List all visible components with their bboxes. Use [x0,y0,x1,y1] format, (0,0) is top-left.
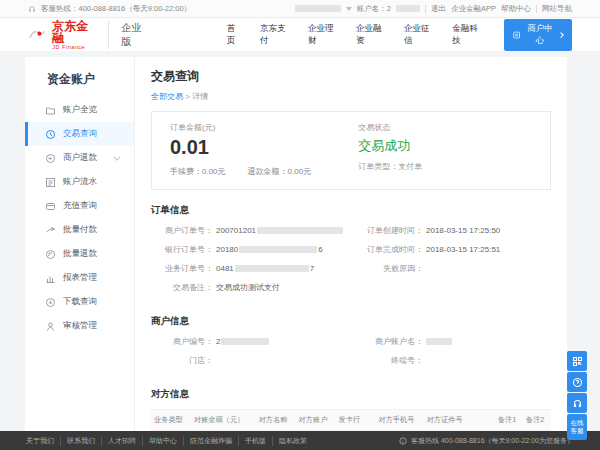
floating-toolbar: 在线客服 [567,350,587,440]
order-finished-time: 订单完成时间： 2018-03-15 17:25:51 [351,244,551,255]
customer-service-button[interactable] [567,393,587,413]
footer-link-fraud-prevention[interactable]: 防范金融诈骗 [183,436,238,446]
help-link[interactable]: 帮助中心 [501,4,531,14]
footer-hotline-text: 客服热线 400-088-8816（每天9:00-22:00为您服务） [411,436,574,446]
question-icon [572,377,583,388]
order-type: 订单类型：支付单 [358,161,422,172]
chevron-down-icon[interactable] [346,7,352,11]
page-title: 交易查询 [151,68,551,85]
redacted-value [257,227,343,234]
footer-link-help[interactable]: 帮助中心 [142,436,183,446]
logout-link[interactable]: 退出 [431,4,446,14]
chart-icon [45,273,56,284]
sidebar-item-account-statement[interactable]: 账户流水 [25,170,134,194]
redacted-value [235,265,309,272]
footer-links: 关于我们 联系我们 人才招聘 帮助中心 防范金融诈骗 手机版 隐私政策 [26,436,313,446]
col-id-no: 对方证件号 [424,410,495,431]
jd-mascot-icon [28,27,46,43]
clock-icon [45,129,56,140]
sidebar-item-transaction-query[interactable]: 交易查询 [25,122,134,146]
app-link[interactable]: 企业金融APP [451,4,496,14]
nav-home[interactable]: 首页 [227,23,242,47]
sidebar-item-report-management[interactable]: 报表管理 [25,266,134,290]
merchant-center-button[interactable]: 商户中心 [504,19,572,51]
sidebar: 资金账户 账户全览 交易查询 商户退款 账户流水 充值查询 批量付款 批 [25,57,135,431]
sidebar-item-merchant-refund[interactable]: 商户退款 [25,146,134,170]
recharge-icon [45,201,56,212]
payment-icon [45,225,56,236]
sidebar-item-label: 充值查询 [63,200,97,212]
qr-code-icon [572,356,583,367]
list-icon [45,177,56,188]
amount-label: 订单金额(元) [170,122,358,133]
col-note2: 备注2 [523,410,551,431]
sidebar-item-account-overview[interactable]: 账户全览 [25,98,134,122]
app-qr-button[interactable] [567,351,587,371]
fail-reason: 失败原因： [351,263,551,274]
sidebar-item-batch-payment[interactable]: 批量付款 [25,218,134,242]
fee: 手续费：0.00元 [170,166,226,177]
terminal-no: 终端号： [351,355,551,366]
footer-link-privacy[interactable]: 隐私政策 [272,436,313,446]
col-phone: 对方手机号 [375,410,423,431]
sidebar-item-download-query[interactable]: 下载查询 [25,290,134,314]
merchant-account-name: 商户账户名： [351,336,551,347]
redacted-value [221,338,269,345]
section-title: 商户信息 [151,315,551,328]
sidebar-item-batch-refund[interactable]: 批量退款 [25,242,134,266]
logo-text-en: JD Finance [52,44,96,50]
headset-icon [28,5,36,13]
download-icon [45,297,56,308]
status-value: 交易成功 [358,137,422,155]
col-bank: 发卡行 [336,410,376,431]
trade-remark: 交易备注： 交易成功测试支付 [151,282,351,293]
edition-label: 企业版 [108,21,149,49]
status-label: 交易状态 [358,122,422,133]
order-amount: 0.01 [170,136,358,159]
sidebar-item-label: 审核管理 [63,320,97,332]
sidebar-title: 资金账户 [25,67,134,98]
footer-link-careers[interactable]: 人才招聘 [101,436,142,446]
store: 门店： [151,355,351,366]
col-amount: 对账金额（元） [191,410,256,431]
jd-finance-logo[interactable]: 京东金融 JD Finance [28,20,96,50]
main-nav: 首页 京东支付 企业理财 企业融资 企业征信 金融科技 [227,23,482,47]
sidebar-item-label: 账户流水 [63,176,97,188]
col-note1: 备注1 [495,410,523,431]
sidebar-item-label: 批量付款 [63,224,97,236]
online-service-button[interactable]: 在线客服 [567,414,587,440]
nav-corp-finance[interactable]: 企业融资 [356,23,386,47]
nav-jd-pay[interactable]: 京东支付 [260,23,290,47]
col-account: 对方账户 [296,410,336,431]
account-label: 账户名：2 [357,4,391,14]
page-footer: 关于我们 联系我们 人才招聘 帮助中心 防范金融诈骗 手机版 隐私政策 客服热线… [0,431,600,450]
footer-link-about[interactable]: 关于我们 [26,436,60,446]
sidebar-item-label: 批量退款 [63,248,97,260]
nav-corp-wealth[interactable]: 企业理财 [308,23,338,47]
table-header-row: 业务类型 对账金额（元） 对方名称 对方账户 发卡行 对方手机号 对方证件号 备… [151,410,551,431]
footer-link-contact[interactable]: 联系我们 [60,436,101,446]
sitemap-link[interactable]: 网站导航 [542,4,572,14]
footer-link-mobile[interactable]: 手机版 [238,436,272,446]
sidebar-item-label: 下载查询 [63,296,97,308]
nav-corp-credit[interactable]: 企业征信 [404,23,434,47]
redacted-value [426,338,452,345]
utility-bar: 客服热线：400-088-8816（每天9:00-22:00） 账户名：2 退出… [0,0,600,18]
sidebar-item-recharge-query[interactable]: 充值查询 [25,194,134,218]
help-button[interactable] [567,372,587,392]
nav-fintech[interactable]: 金融科技 [452,23,482,47]
folder-icon [45,105,56,116]
biz-order-no: 业务订单号： 04817 [151,263,351,274]
user-icon [45,321,56,332]
section-title: 订单信息 [151,204,551,217]
merchant-no: 商户编号： 2 [151,336,351,347]
batch-refund-icon [45,249,56,260]
phone-icon [399,437,407,445]
divider [536,5,537,13]
sidebar-item-audit-management[interactable]: 审核管理 [25,314,134,338]
refund-amount: 退款金额：0.00元 [248,166,312,177]
merchant-icon [513,31,520,39]
bank-order-no: 银行订单号： 201806 [151,244,351,255]
breadcrumb-all-transactions[interactable]: 全部交易 [151,92,183,101]
breadcrumb-separator: > [185,92,190,101]
